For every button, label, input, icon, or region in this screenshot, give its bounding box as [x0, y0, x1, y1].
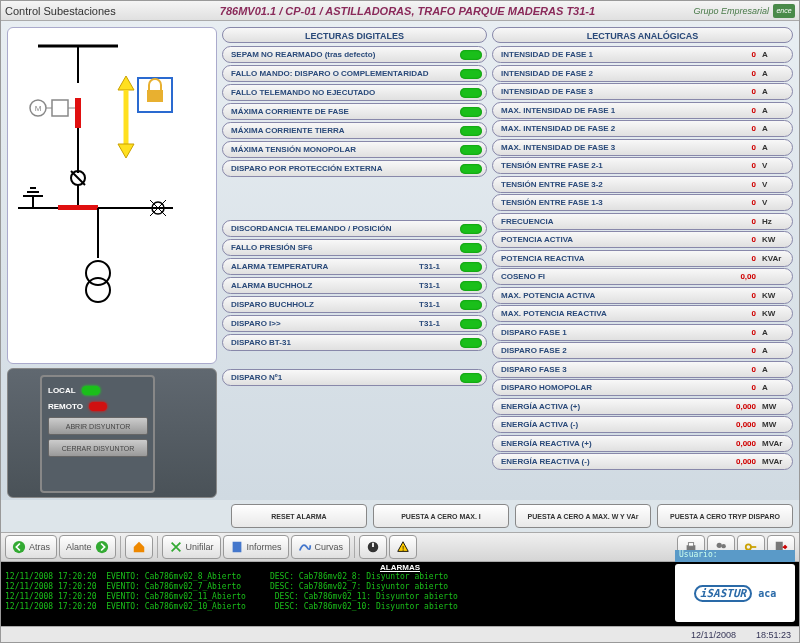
analog-row: TENSIÓN ENTRE FASE 1-30V — [492, 194, 793, 211]
digital-tag: T31-1 — [419, 319, 440, 328]
analog-value: 0,000 — [722, 420, 756, 429]
informes-button[interactable]: Informes — [223, 535, 289, 559]
digital-row: ALARMA TEMPERATURAT31-1 — [222, 258, 487, 275]
svg-point-29 — [13, 541, 25, 553]
analog-label: ENERGÍA REACTIVA (+) — [501, 439, 722, 448]
svg-rect-22 — [58, 205, 98, 210]
analog-unit: A — [756, 106, 784, 115]
analog-row: POTENCIA ACTIVA0KW — [492, 231, 793, 248]
analog-row: COSENO FI0,00 — [492, 268, 793, 285]
app-title: Control Subestaciones — [5, 5, 160, 17]
analog-value: 0 — [722, 235, 756, 244]
local-led — [82, 386, 100, 395]
analog-value: 0,000 — [722, 439, 756, 448]
analog-label: INTENSIDAD DE FASE 3 — [501, 87, 722, 96]
analog-value: 0 — [722, 143, 756, 152]
analog-unit: A — [756, 124, 784, 133]
digital-label: FALLO MANDO: DISPARO O COMPLEMENTARIDAD — [231, 69, 460, 78]
analog-row: MAX. INTENSIDAD DE FASE 20A — [492, 120, 793, 137]
digital-title: LECTURAS DIGITALES — [222, 27, 487, 43]
status-led-icon — [460, 338, 482, 348]
single-line-diagram: M — [7, 27, 217, 364]
analog-unit: A — [756, 328, 784, 337]
status-led-icon — [460, 107, 482, 117]
alarm-icon-button[interactable]: ! — [389, 535, 417, 559]
analog-label: POTENCIA ACTIVA — [501, 235, 722, 244]
control-panel: LOCAL REMOTO ABRIR DISYUNTOR CERRAR DISY… — [7, 368, 217, 498]
analog-row: ENERGÍA REACTIVA (-)0,000MVAr — [492, 453, 793, 470]
forward-button[interactable]: Alante — [59, 535, 116, 559]
status-led-icon — [460, 300, 482, 310]
analog-row: DISPARO FASE 20A — [492, 342, 793, 359]
digital-row: DISCORDANCIA TELEMANDO / POSICIÓN — [222, 220, 487, 237]
analog-title: LECTURAS ANALÓGICAS — [492, 27, 793, 43]
digital-row: DISPARO BUCHHOLZT31-1 — [222, 296, 487, 313]
analog-label: INTENSIDAD DE FASE 1 — [501, 50, 722, 59]
analog-value: 0 — [722, 309, 756, 318]
page-title: 786MV01.1 / CP-01 / ASTILLADORAS, TRAFO … — [160, 5, 655, 17]
analog-label: POTENCIA REACTIVA — [501, 254, 722, 263]
analog-value: 0 — [722, 106, 756, 115]
digital-label: MÁXIMA CORRIENTE TIERRA — [231, 126, 460, 135]
svg-text:!: ! — [402, 544, 404, 553]
analog-unit: KW — [756, 309, 784, 318]
analog-row: ENERGÍA ACTIVA (+)0,000MW — [492, 398, 793, 415]
svg-text:M: M — [35, 104, 42, 113]
zero-trip-button[interactable]: PUESTA A CERO TRYP DISPARO — [657, 504, 793, 528]
digital-row: MÁXIMA CORRIENTE TIERRA — [222, 122, 487, 139]
digital-row: ALARMA BUCHHOLZT31-1 — [222, 277, 487, 294]
analog-row: MAX. INTENSIDAD DE FASE 10A — [492, 102, 793, 119]
analog-value: 0 — [722, 328, 756, 337]
status-date: 12/11/2008 — [691, 630, 736, 640]
status-led-icon — [460, 164, 482, 174]
analog-value: 0 — [722, 198, 756, 207]
analog-unit: V — [756, 161, 784, 170]
analog-value: 0 — [722, 124, 756, 133]
analog-unit: MW — [756, 402, 784, 411]
digital-row: DISPARO I>>T31-1 — [222, 315, 487, 332]
analog-unit: A — [756, 346, 784, 355]
analog-row: TENSIÓN ENTRE FASE 2-10V — [492, 157, 793, 174]
analog-row: DISPARO FASE 10A — [492, 324, 793, 341]
svg-rect-9 — [52, 100, 68, 116]
power-button[interactable] — [359, 535, 387, 559]
svg-rect-3 — [147, 90, 163, 102]
digital-row: SEPAM NO REARMADO (tras defecto) — [222, 46, 487, 63]
analog-value: 0 — [722, 69, 756, 78]
analog-unit: A — [756, 69, 784, 78]
digital-tag: T31-1 — [419, 300, 440, 309]
analog-value: 0,000 — [722, 402, 756, 411]
curvas-button[interactable]: Curvas — [291, 535, 351, 559]
back-button[interactable]: Atras — [5, 535, 57, 559]
analog-label: MAX. INTENSIDAD DE FASE 1 — [501, 106, 722, 115]
unifilar-button[interactable]: Unifilar — [162, 535, 221, 559]
analog-unit: A — [756, 50, 784, 59]
digital-row: DISPARO POR PROTECCIÓN EXTERNA — [222, 160, 487, 177]
svg-rect-12 — [75, 98, 81, 128]
analog-label: DISPARO FASE 3 — [501, 365, 722, 374]
digital-row: MÁXIMA TENSIÓN MONOPOLAR — [222, 141, 487, 158]
analog-row: DISPARO HOMOPOLAR0A — [492, 379, 793, 396]
zero-max-i-button[interactable]: PUESTA A CERO MAX. I — [373, 504, 509, 528]
digital-label: DISPARO BT-31 — [231, 338, 460, 347]
digital-tag: T31-1 — [419, 281, 440, 290]
zero-max-w-button[interactable]: PUESTA A CERO A MAX. W Y VAr — [515, 504, 651, 528]
status-led-icon — [460, 69, 482, 79]
ence-logo: ence — [773, 4, 795, 18]
svg-marker-4 — [118, 76, 134, 90]
analog-label: DISPARO HOMOPOLAR — [501, 383, 722, 392]
vendor-logo: Usuario: iSASTUR aca — [675, 564, 795, 622]
status-time: 18:51:23 — [756, 630, 791, 640]
close-breaker-button[interactable]: CERRAR DISYUNTOR — [48, 439, 148, 457]
analog-unit: MVAr — [756, 439, 784, 448]
analog-value: 0 — [722, 50, 756, 59]
analog-row: MAX. INTENSIDAD DE FASE 30A — [492, 139, 793, 156]
analog-value: 0 — [722, 346, 756, 355]
open-breaker-button[interactable]: ABRIR DISYUNTOR — [48, 417, 148, 435]
home-button[interactable] — [125, 535, 153, 559]
status-led-icon — [460, 224, 482, 234]
reset-alarm-button[interactable]: RESET ALARMA — [231, 504, 367, 528]
analog-value: 0 — [722, 365, 756, 374]
analog-unit: KW — [756, 291, 784, 300]
analog-value: 0,00 — [722, 272, 756, 281]
